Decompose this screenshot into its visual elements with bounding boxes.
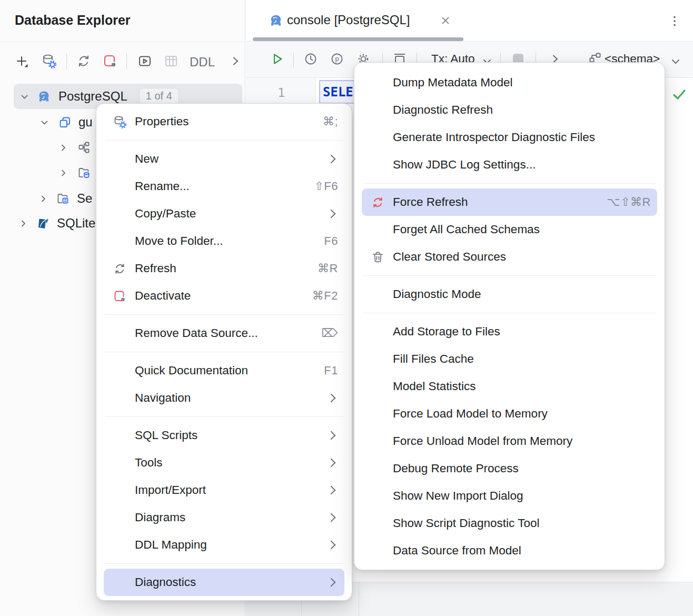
close-tab-button[interactable] [440, 15, 451, 26]
plus-icon [14, 53, 29, 69]
chevron-right-icon[interactable] [59, 168, 68, 177]
diagnostics-submenu: Dump Metadata ModelDiagnostic RefreshGen… [354, 62, 665, 570]
dump-metadata-model-menu-item[interactable]: Dump Metadata Model [362, 69, 657, 96]
ddl-button[interactable]: DDL [190, 55, 215, 69]
menu-item-label: Rename... [135, 180, 190, 193]
refresh-menu-item[interactable]: Refresh⌘R [104, 255, 344, 282]
inspection-ok-icon[interactable] [671, 86, 687, 102]
refresh-icon [76, 53, 92, 69]
toolbar-separator [126, 53, 127, 69]
sqlite-icon [36, 216, 50, 231]
chevron-right-icon[interactable] [39, 194, 48, 203]
tree-item-label: SQLite [57, 216, 95, 231]
folder-list-icon [56, 192, 70, 206]
toolbar-separator [66, 53, 67, 69]
menu-item-label: Dump Metadata Model [393, 76, 513, 90]
tools-menu-item[interactable]: Tools [104, 449, 344, 476]
datasource-properties-button[interactable] [41, 53, 57, 69]
rename-menu-item[interactable]: Rename...⇧F6 [104, 173, 344, 200]
editor-options-button[interactable] [667, 14, 682, 28]
query-history-button[interactable] [303, 51, 319, 67]
more-toolbar-button[interactable] [227, 53, 243, 69]
move-to-folder-menu-item[interactable]: Move to Folder...F6 [104, 227, 344, 255]
diagnostic-refresh-menu-item[interactable]: Diagnostic Refresh [362, 96, 657, 124]
tree-item-label: Se [77, 191, 92, 206]
add-storage-to-files-menu-item[interactable]: Add Storage to Files [362, 318, 657, 345]
clear-stored-sources-menu-item[interactable]: Clear Stored Sources [362, 243, 657, 271]
menu-item-label: Model Statistics [393, 380, 476, 393]
menu-item-shortcut: F6 [324, 234, 338, 248]
query-parameters-button[interactable]: p [329, 51, 345, 67]
schema-objects-icon [77, 141, 91, 155]
menu-separator [105, 416, 343, 417]
import-export-menu-item[interactable]: Import/Export [104, 476, 344, 504]
copy-paste-menu-item[interactable]: Copy/Paste [104, 200, 344, 227]
menu-item-label: DDL Mapping [135, 538, 207, 552]
run-button[interactable] [270, 51, 285, 67]
chevron-down-icon[interactable] [20, 92, 29, 101]
trash-icon [366, 250, 393, 264]
menu-separator [105, 563, 343, 564]
menu-item-shortcut: ⇧F6 [314, 180, 338, 193]
force-refresh-menu-item[interactable]: Force Refresh⌥⇧⌘R [362, 188, 657, 216]
menu-item-label: Force Refresh [393, 195, 468, 209]
submenu-arrow-icon [327, 578, 336, 587]
menu-item-label: Remove Data Source... [135, 326, 258, 340]
fill-files-cache-menu-item[interactable]: Fill Files Cache [362, 345, 657, 373]
active-tab-indicator [253, 37, 463, 41]
chevron-down-icon[interactable] [668, 54, 684, 69]
clock-icon [303, 51, 319, 67]
menu-item-label: Fill Files Cache [393, 352, 474, 366]
deactivate-button[interactable] [102, 53, 118, 69]
navigation-menu-item[interactable]: Navigation [104, 384, 344, 412]
show-jdbc-log-settings-menu-item[interactable]: Show JDBC Log Settings... [362, 151, 657, 178]
menu-item-label: Tools [135, 456, 163, 470]
generate-introspector-diagnostic-files-menu-item[interactable]: Generate Introspector Diagnostic Files [362, 124, 657, 151]
quick-documentation-menu-item[interactable]: Quick DocumentationF1 [104, 357, 344, 384]
postgresql-elephant-icon [37, 90, 51, 104]
new-menu-item[interactable]: New [104, 145, 344, 173]
tree-item-label: PostgreSQL [58, 89, 127, 104]
remove-data-source-menu-item[interactable]: Remove Data Source...⌦ [104, 320, 344, 347]
database-icon [58, 115, 72, 130]
force-unload-model-from-memory-menu-item[interactable]: Force Unload Model from Memory [362, 428, 657, 455]
debug-remote-process-menu-item[interactable]: Debug Remote Process [362, 455, 657, 482]
diagrams-menu-item[interactable]: Diagrams [104, 504, 344, 531]
menu-item-label: Debug Remote Process [393, 462, 519, 475]
menu-item-label: SQL Scripts [135, 429, 197, 442]
menu-separator [105, 314, 343, 315]
diagnostics-menu-item[interactable]: Diagnostics [104, 569, 344, 596]
add-datasource-button[interactable] [14, 53, 29, 69]
tab-console-postgresql[interactable]: console [PostgreSQL] [287, 13, 410, 27]
force-load-model-to-memory-menu-item[interactable]: Force Load Model to Memory [362, 400, 657, 428]
chevron-right-icon[interactable] [19, 219, 28, 228]
menu-item-label: Copy/Paste [135, 207, 196, 221]
refresh-button[interactable] [76, 53, 92, 69]
chevron-right-icon[interactable] [59, 143, 68, 152]
sql-scripts-menu-item[interactable]: SQL Scripts [104, 422, 344, 449]
ddl-mapping-menu-item[interactable]: DDL Mapping [104, 531, 344, 559]
submenu-arrow-icon [327, 513, 336, 522]
table-grid-icon [163, 53, 179, 69]
menu-separator [363, 183, 656, 184]
refresh-icon [108, 262, 135, 276]
properties-menu-item[interactable]: Properties⌘; [104, 108, 344, 135]
menu-separator [363, 313, 656, 313]
diagnostic-mode-menu-item[interactable]: Diagnostic Mode [362, 281, 657, 308]
kebab-menu-icon [667, 14, 682, 28]
table-view-button[interactable] [163, 53, 179, 69]
show-script-diagnostic-tool-menu-item[interactable]: Show Script Diagnostic Tool [362, 510, 657, 537]
menu-item-label: Quick Documentation [135, 364, 248, 377]
menu-item-label: Properties [135, 115, 189, 128]
chevron-down-icon[interactable] [40, 118, 49, 127]
forget-all-cached-schemas-menu-item[interactable]: Forget All Cached Schemas [362, 216, 657, 243]
submenu-arrow-icon [327, 155, 336, 164]
menu-item-label: Force Load Model to Memory [393, 407, 548, 421]
data-source-from-model-menu-item[interactable]: Data Source from Model [362, 537, 657, 564]
menu-item-label: Forget All Cached Schemas [393, 223, 540, 236]
deactivate-menu-item[interactable]: Deactivate⌘F2 [104, 282, 344, 310]
model-statistics-menu-item[interactable]: Model Statistics [362, 373, 657, 400]
jump-to-console-button[interactable] [137, 53, 153, 69]
line-number: 1 [278, 86, 285, 100]
show-new-import-dialog-menu-item[interactable]: Show New Import Dialog [362, 482, 657, 510]
